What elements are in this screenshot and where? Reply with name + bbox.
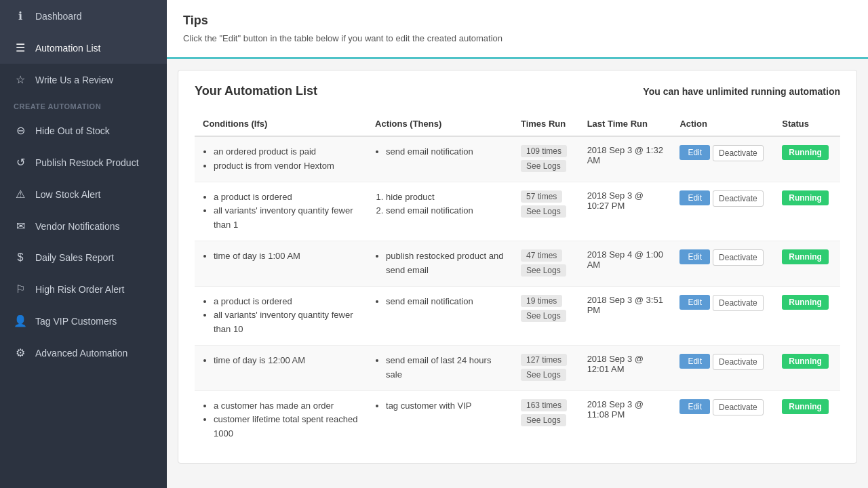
sidebar: ℹ Dashboard ☰ Automation List ☆ Write Us… <box>0 0 167 488</box>
sidebar-item-publish-label: Publish Restock Product <box>35 157 139 168</box>
last-time-run-cell: 2018 Sep 3 @ 12:01 AM <box>579 345 672 390</box>
conditions-cell: an ordered product is paidproduct is fro… <box>195 136 367 182</box>
condition-item: a product is ordered <box>214 295 359 309</box>
user-icon: 👤 <box>14 314 27 327</box>
status-badge: Running <box>782 249 829 264</box>
deactivate-button[interactable]: Deactivate <box>713 190 764 207</box>
actions-cell: publish restocked product and send email <box>367 241 513 286</box>
deactivate-button[interactable]: Deactivate <box>713 295 764 311</box>
create-automation-label: CREATE AUTOMATION <box>0 96 167 115</box>
sidebar-item-write-review[interactable]: ☆ Write Us a Review <box>0 64 167 96</box>
times-run-cell: 19 timesSee Logs <box>513 286 579 345</box>
times-run-cell: 47 timesSee Logs <box>513 241 579 286</box>
status-badge: Running <box>782 399 829 414</box>
action-item: send email notification <box>386 204 505 218</box>
status-cell: Running <box>774 136 840 182</box>
last-time-run-cell: 2018 Sep 4 @ 1:00 AM <box>579 241 672 286</box>
edit-button[interactable]: Edit <box>679 190 710 205</box>
edit-button[interactable]: Edit <box>679 295 710 310</box>
condition-item: product is from vendor Hextom <box>214 159 359 174</box>
condition-item: time of day is 12:00 AM <box>214 354 359 368</box>
action-item: hide product <box>386 190 505 205</box>
condition-item: a customer has made an order <box>214 399 359 413</box>
table-row: a customer has made an ordercustomer lif… <box>195 390 840 449</box>
times-badge: 109 times <box>521 145 567 157</box>
status-cell: Running <box>774 286 840 345</box>
action-cell: EditDeactivate <box>671 345 774 390</box>
conditions-cell: a customer has made an ordercustomer lif… <box>195 390 367 449</box>
times-run-cell: 109 timesSee Logs <box>513 136 579 182</box>
action-cell: EditDeactivate <box>671 136 774 182</box>
condition-item: all variants' inventory quantity fewer t… <box>214 308 359 337</box>
sidebar-item-low-stock-alert[interactable]: ⚠ Low Stock Alert <box>0 178 167 210</box>
sidebar-item-write-review-label: Write Us a Review <box>35 75 113 85</box>
see-logs-button[interactable]: See Logs <box>521 369 566 381</box>
sidebar-item-advanced[interactable]: ⚙ Advanced Automation <box>0 337 167 369</box>
actions-cell: send email notification <box>367 286 513 345</box>
action-item: send email of last 24 hours sale <box>386 354 505 382</box>
status-badge: Running <box>782 145 829 160</box>
sidebar-item-publish-restock[interactable]: ↺ Publish Restock Product <box>0 146 167 178</box>
warning-icon: ⚠ <box>14 188 27 201</box>
times-run-cell: 163 timesSee Logs <box>513 390 579 449</box>
sidebar-item-vendor-label: Vendor Notifications <box>35 221 120 232</box>
action-item: send email notification <box>386 145 505 159</box>
see-logs-button[interactable]: See Logs <box>521 414 566 426</box>
deactivate-button[interactable]: Deactivate <box>713 354 764 370</box>
see-logs-button[interactable]: See Logs <box>521 160 566 172</box>
col-header-action: Action <box>671 112 774 136</box>
status-cell: Running <box>774 182 840 241</box>
deactivate-button[interactable]: Deactivate <box>713 399 764 415</box>
edit-button[interactable]: Edit <box>679 399 710 414</box>
times-badge: 127 times <box>521 354 567 366</box>
times-badge: 47 times <box>521 249 562 262</box>
conditions-cell: a product is orderedall variants' invent… <box>195 182 367 241</box>
automation-list-title: Your Automation List <box>195 84 317 98</box>
edit-button[interactable]: Edit <box>679 354 710 369</box>
condition-item: an ordered product is paid <box>214 145 359 159</box>
status-badge: Running <box>782 354 829 369</box>
sidebar-item-dashboard[interactable]: ℹ Dashboard <box>0 0 167 32</box>
sidebar-item-automation-list[interactable]: ☰ Automation List <box>0 32 167 64</box>
col-header-actions: Actions (Thens) <box>367 112 513 136</box>
actions-cell: send email of last 24 hours sale <box>367 345 513 390</box>
restock-icon: ↺ <box>14 156 27 169</box>
col-header-conditions: Conditions (Ifs) <box>195 112 367 136</box>
sidebar-item-automation-list-label: Automation List <box>35 43 101 54</box>
sidebar-item-tag-vip[interactable]: 👤 Tag VIP Customers <box>0 305 167 337</box>
see-logs-button[interactable]: See Logs <box>521 310 566 322</box>
table-row: time of day is 1:00 AMpublish restocked … <box>195 241 840 286</box>
unlimited-text: You can have unlimited running automatio… <box>643 86 840 97</box>
deactivate-button[interactable]: Deactivate <box>713 249 764 266</box>
times-badge: 19 times <box>521 295 562 307</box>
action-cell: EditDeactivate <box>671 390 774 449</box>
deactivate-button[interactable]: Deactivate <box>713 145 764 161</box>
action-cell: EditDeactivate <box>671 182 774 241</box>
sidebar-item-high-risk-label: High Risk Order Alert <box>35 284 124 295</box>
sidebar-item-dashboard-label: Dashboard <box>35 11 82 22</box>
edit-button[interactable]: Edit <box>679 145 710 160</box>
last-time-run-cell: 2018 Sep 3 @ 10:27 PM <box>579 182 672 241</box>
edit-button[interactable]: Edit <box>679 249 710 264</box>
sidebar-item-low-stock-label: Low Stock Alert <box>35 189 101 200</box>
gear-icon: ⚙ <box>14 346 27 359</box>
sidebar-item-vendor-notifications[interactable]: ✉ Vendor Notifications <box>0 210 167 242</box>
tips-title: Tips <box>183 14 852 28</box>
actions-cell: hide productsend email notification <box>367 182 513 241</box>
sidebar-item-hide-out-of-stock[interactable]: ⊖ Hide Out of Stock <box>0 115 167 146</box>
table-row: a product is orderedall variants' invent… <box>195 286 840 345</box>
action-cell: EditDeactivate <box>671 241 774 286</box>
main-content: Tips Click the "Edit" button in the tabl… <box>167 0 868 488</box>
sidebar-item-daily-sales[interactable]: $ Daily Sales Report <box>0 242 167 273</box>
conditions-cell: time of day is 12:00 AM <box>195 345 367 390</box>
list-icon: ☰ <box>14 41 27 54</box>
table-row: an ordered product is paidproduct is fro… <box>195 136 840 182</box>
sidebar-item-high-risk[interactable]: ⚐ High Risk Order Alert <box>0 273 167 305</box>
email-icon: ✉ <box>14 220 27 232</box>
automation-header: Your Automation List You can have unlimi… <box>195 84 840 98</box>
status-badge: Running <box>782 295 829 310</box>
times-run-cell: 127 timesSee Logs <box>513 345 579 390</box>
see-logs-button[interactable]: See Logs <box>521 264 566 277</box>
see-logs-button[interactable]: See Logs <box>521 205 566 218</box>
automation-table: Conditions (Ifs) Actions (Thens) Times R… <box>195 112 840 449</box>
